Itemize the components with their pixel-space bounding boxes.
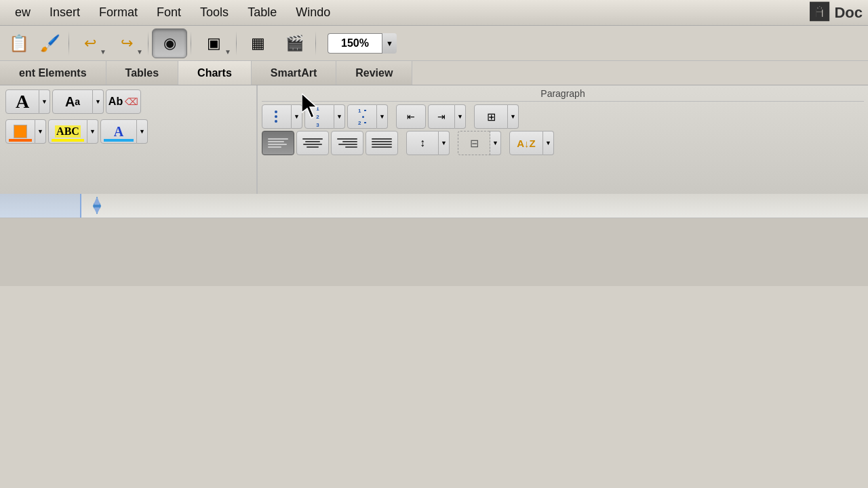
bullet-list-button[interactable]: [262, 104, 292, 129]
font-row-2: ▼ ABC ▼ A ▼: [5, 118, 251, 145]
line-spacing-icon: ↕: [420, 137, 425, 149]
menu-table[interactable]: Table: [238, 3, 286, 22]
font-size-button[interactable]: Aa: [52, 89, 93, 114]
redo-dropdown-arrow: ▼: [136, 48, 143, 56]
separator-2: [148, 31, 149, 56]
increase-indent-group: ⇥ ▼: [428, 104, 466, 129]
increase-indent-dropdown[interactable]: ▼: [455, 104, 466, 129]
clear-format-button[interactable]: Ab ⌫: [106, 89, 141, 114]
tab-label-tables: Tables: [125, 67, 159, 79]
tab-review[interactable]: Review: [336, 61, 412, 85]
numbered-lines: 1 2 3: [314, 104, 324, 130]
ruler-tab-marker[interactable]: [91, 197, 103, 214]
layout-columns-button[interactable]: ⊞: [474, 104, 508, 129]
format-painter-button[interactable]: 🖌️: [35, 28, 65, 58]
menu-insert[interactable]: Insert: [40, 3, 90, 22]
tab-charts[interactable]: Charts: [178, 61, 252, 85]
text-color-dropdown[interactable]: ▼: [137, 119, 148, 144]
align-center-button[interactable]: [296, 131, 329, 155]
table-icon: ▦: [251, 35, 265, 52]
eraser-icon: ⌫: [125, 96, 138, 107]
sort-button[interactable]: A↓Z: [509, 131, 543, 155]
paragraph-row-1: ▼ 1 2 3 ▼: [262, 104, 864, 129]
border-dropdown[interactable]: ▼: [490, 131, 501, 155]
tab-marker-bottom: [93, 206, 101, 214]
columns-dropdown-arrow: ▼: [224, 48, 231, 56]
numbered-list-dropdown[interactable]: ▼: [334, 104, 345, 129]
font-color-dropdown[interactable]: ▼: [35, 119, 46, 144]
ribbon-area: A ▼ Aa ▼ Ab ⌫: [0, 85, 868, 194]
layout-columns-dropdown[interactable]: ▼: [508, 104, 519, 129]
doc-icon: 🅰: [810, 1, 829, 24]
align-left-button[interactable]: [262, 131, 294, 155]
border-shading-button[interactable]: ⊟: [458, 131, 490, 155]
highlight-button[interactable]: ABC: [48, 119, 87, 144]
text-color-bar: [104, 139, 134, 142]
outline-list-dropdown[interactable]: ▼: [377, 104, 388, 129]
highlight-dropdown[interactable]: ▼: [87, 119, 98, 144]
ruler-mark-2: 2|: [477, 216, 484, 218]
align-right-icon: [335, 136, 359, 150]
clipboard-button[interactable]: 📋: [4, 28, 34, 58]
border-icon: ⊟: [470, 137, 479, 150]
menu-bar: ew Insert Format Font Tools Table Windo …: [0, 0, 868, 26]
text-color-group: A ▼: [100, 119, 148, 144]
font-section: A ▼ Aa ▼ Ab ⌫: [0, 85, 258, 194]
zoom-control[interactable]: 150% ▼: [322, 33, 397, 54]
line-spacing-button[interactable]: ↕: [406, 131, 439, 155]
tab-label-review: Review: [355, 67, 393, 79]
numbered-list-group: 1 2 3 ▼: [304, 104, 345, 129]
font-color-button[interactable]: [5, 119, 35, 144]
text-color-A: A: [114, 124, 123, 140]
align-right-button[interactable]: [331, 131, 363, 155]
ruler-track[interactable]: 1| 2|: [3, 194, 865, 218]
columns-icon: ▣: [207, 35, 221, 52]
color-bar: [9, 139, 32, 142]
justify-icon: [370, 136, 394, 150]
decrease-indent-button[interactable]: ⇤: [396, 104, 426, 129]
cursor-icon: ◉: [163, 35, 176, 52]
tab-label-smartart: SmartArt: [271, 67, 317, 79]
ab-text: Ab: [108, 96, 123, 108]
media-button[interactable]: 🎬: [277, 28, 312, 58]
tab-tables[interactable]: Tables: [106, 61, 179, 85]
font-size-group: Aa ▼: [52, 89, 104, 114]
gap-5: [503, 131, 507, 155]
redo-button[interactable]: ↪ ▼: [109, 28, 144, 58]
tab-document-elements[interactable]: ent Elements: [0, 61, 106, 85]
sort-icon: A↓Z: [517, 138, 536, 149]
separator-1: [68, 31, 69, 56]
layout-columns-icon: ⊞: [487, 110, 496, 123]
zoom-dropdown-button[interactable]: ▼: [382, 33, 397, 54]
tab-smartart[interactable]: SmartArt: [252, 61, 336, 85]
font-style-dropdown[interactable]: ▼: [39, 89, 50, 114]
columns-button[interactable]: ▣ ▼: [195, 28, 233, 58]
bullet-list-dropdown[interactable]: ▼: [292, 104, 302, 129]
bullet-list-group: ▼: [262, 104, 302, 129]
insert-cursor-button[interactable]: ◉: [152, 28, 187, 58]
gap-4: [452, 131, 456, 155]
font-size-dropdown[interactable]: ▼: [93, 89, 104, 114]
menu-format[interactable]: Format: [90, 3, 147, 22]
text-color-button[interactable]: A: [100, 119, 137, 144]
sort-dropdown[interactable]: ▼: [543, 131, 554, 155]
justify-button[interactable]: [366, 131, 398, 155]
table-insert-button[interactable]: ▦: [240, 28, 275, 58]
undo-button[interactable]: ↩ ▼: [73, 28, 108, 58]
numbered-list-button[interactable]: 1 2 3: [304, 104, 334, 129]
decrease-indent-icon: ⇤: [407, 111, 415, 122]
paragraph-label: Paragraph: [262, 88, 864, 102]
menu-font[interactable]: Font: [147, 3, 191, 22]
font-style-button[interactable]: A: [5, 89, 39, 114]
menu-tools[interactable]: Tools: [191, 3, 238, 22]
outline-list-button[interactable]: 1 2: [347, 104, 377, 129]
font-row-1: A ▼ Aa ▼ Ab ⌫: [5, 88, 251, 115]
menu-window[interactable]: Windo: [286, 3, 340, 22]
line-spacing-dropdown[interactable]: ▼: [439, 131, 450, 155]
tabs-row: ent Elements Tables Charts SmartArt Revi…: [0, 61, 868, 85]
layout-columns-group: ⊞ ▼: [474, 104, 519, 129]
separator-4: [236, 31, 237, 56]
document-canvas[interactable]: [0, 218, 868, 286]
menu-view[interactable]: ew: [5, 3, 40, 22]
increase-indent-button[interactable]: ⇥: [428, 104, 455, 129]
